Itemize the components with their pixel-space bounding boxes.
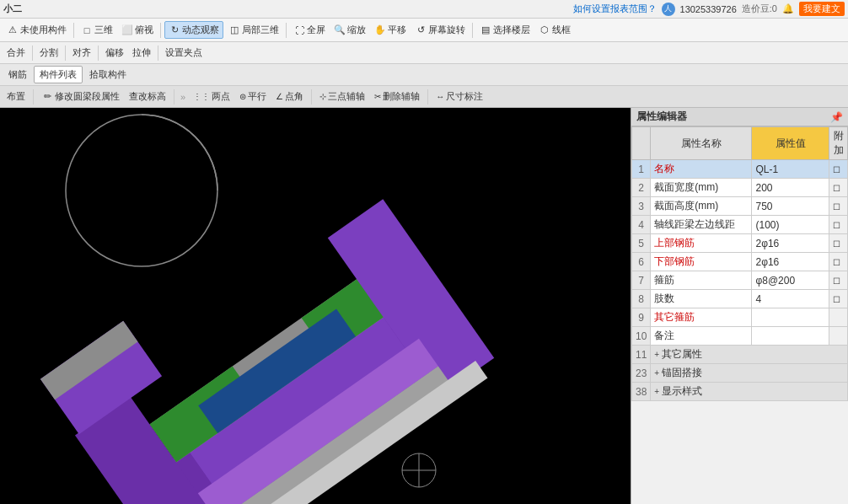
row-num: 10 [632,327,651,346]
section-label: +其它属性 [651,346,848,364]
section-label: +锚固搭接 [651,364,848,383]
prop-attach-cell [829,327,848,346]
table-row[interactable]: 1 名称 QL-1 ☐ [632,160,848,179]
delete-axis-btn[interactable]: ✂ 删除辅轴 [371,88,423,105]
expand-icon[interactable]: + [654,350,659,359]
three-point-icon: ⊹ [319,92,326,101]
toolbar-main: ⚠ 未使用构件 □ 三维 ⬜ 俯视 ↻ 动态观察 ◫ 局部三维 ⛶ 全屏 🔍 缩… [0,19,848,42]
partial-3d-btn[interactable]: ◫ 局部三维 [225,22,282,38]
screen-rotate-btn[interactable]: ↺ 屏幕旋转 [411,22,469,38]
prop-value-cell[interactable]: QL-1 [752,160,829,179]
table-row[interactable]: 4 轴线距梁左边线距 (100) ☐ [632,216,848,234]
tab-component-list[interactable]: 构件列表 [34,66,83,83]
prop-attach-cell: ☐ [829,216,848,234]
angle-icon: ∠ [276,92,283,101]
col-index [632,127,651,160]
prop-attach-cell: ☐ [829,234,848,253]
prop-value-cell[interactable]: 750 [752,197,829,216]
cta-button[interactable]: 我要建文 [799,2,845,16]
modify-beam-btn[interactable]: ✏ 修改圆梁段属性 [38,88,123,105]
panel-title: 属性编辑器 [636,110,687,124]
pan-btn[interactable]: ✋ 平移 [371,22,410,38]
top-view-btn[interactable]: ⬜ 俯视 [118,22,157,38]
separator [472,23,473,38]
fullscreen-btn[interactable]: ⛶ 全屏 [290,22,329,38]
separator [286,23,287,38]
unused-component-btn[interactable]: ⚠ 未使用构件 [3,22,70,38]
wireframe-btn[interactable]: ⬡ 线框 [535,22,574,38]
help-link[interactable]: 如何设置报表范围？ [573,3,657,15]
table-row[interactable]: 2 截面宽度(mm) 200 ☐ [632,179,848,197]
expand-icon[interactable]: + [654,387,659,396]
table-row[interactable]: 9 其它箍筋 [632,308,848,327]
prop-attach-cell: ☐ [829,160,848,179]
change-elevation-btn[interactable]: 查改标高 [126,88,169,105]
parallel-btn[interactable]: ⊜ 平行 [236,88,270,105]
properties-panel: 属性编辑器 📌 属性名称 属性值 附加 1 名称 QL-1 ☐ [631,108,848,504]
prop-value-cell[interactable] [752,308,829,327]
prop-value-cell[interactable]: 4 [752,290,829,308]
row-num: 9 [632,308,651,327]
section-label: +显示样式 [651,383,848,401]
separator [33,89,34,105]
separator [427,89,428,105]
set-grip-btn[interactable]: 设置夹点 [162,45,206,61]
panel-header: 属性编辑器 📌 [631,108,848,126]
offset-btn[interactable]: 偏移 [102,45,127,61]
point-angle-btn[interactable]: ∠ 点角 [272,88,307,105]
merge-btn[interactable]: 合并 [3,45,29,61]
dynamic-observe-btn[interactable]: ↻ 动态观察 [164,21,223,39]
bell-icon[interactable]: 🔔 [782,3,794,14]
toolbar-axis: 布置 ✏ 修改圆梁段属性 查改标高 » ⋮⋮ 两点 ⊜ 平行 ∠ 点角 ⊹ 三点… [0,86,848,108]
row-num: 23 [632,364,651,383]
three-point-axis-btn[interactable]: ⊹ 三点辅轴 [316,88,368,105]
table-row[interactable]: 6 下部钢筋 2φ16 ☐ [632,253,848,271]
table-row[interactable]: 23 +锚固搭接 [632,364,848,383]
prop-name-cell: 上部钢筋 [651,234,752,253]
user-name[interactable]: 13025339726 [680,4,737,14]
zoom-icon: 🔍 [334,24,346,36]
table-row[interactable]: 5 上部钢筋 2φ16 ☐ [632,234,848,253]
layout-btn[interactable]: 布置 [3,88,29,105]
prop-value-cell[interactable] [752,327,829,346]
separator [73,23,74,38]
3d-view-btn[interactable]: □ 三维 [78,22,116,38]
table-row[interactable]: 38 +显示样式 [632,383,848,401]
canvas-viewport[interactable] [0,108,631,504]
pin-icon[interactable]: 📌 [830,111,843,123]
prop-value-cell[interactable]: φ8@200 [752,271,829,290]
prop-name-cell: 下部钢筋 [651,253,752,271]
zoom-btn[interactable]: 🔍 缩放 [330,22,369,38]
split-btn[interactable]: 分割 [36,45,62,61]
app-title: 小二 [3,3,22,15]
dimension-btn[interactable]: ↔ 尺寸标注 [432,88,486,105]
user-avatar: 人 [662,3,675,16]
main-area: 属性编辑器 📌 属性名称 属性值 附加 1 名称 QL-1 ☐ [0,108,848,504]
row-num: 3 [632,197,651,216]
tab-pick-component[interactable]: 拾取构件 [84,67,131,83]
top-bar: 小二 如何设置报表范围？ 人 13025339726 造价豆:0 🔔 我要建文 [0,0,848,19]
table-row[interactable]: 7 箍筋 φ8@200 ☐ [632,271,848,290]
table-row[interactable]: 10 备注 [632,327,848,346]
prop-value-cell[interactable]: 2φ16 [752,234,829,253]
dimension-icon: ↔ [436,92,444,101]
table-row[interactable]: 3 截面高度(mm) 750 ☐ [632,197,848,216]
row-num: 11 [632,346,651,364]
align-btn[interactable]: 对齐 [69,45,94,61]
prop-value-cell[interactable]: (100) [752,216,829,234]
more-indicator: » [180,92,185,102]
prop-value-cell[interactable]: 2φ16 [752,253,829,271]
table-row[interactable]: 8 肢数 4 ☐ [632,290,848,308]
two-point-btn[interactable]: ⋮⋮ 两点 [190,88,233,105]
tab-rebar[interactable]: 钢筋 [3,67,32,83]
select-floor-btn[interactable]: ▤ 选择楼层 [476,22,534,38]
separator [311,89,312,105]
prop-value-cell[interactable]: 200 [752,179,829,197]
row-num: 8 [632,290,651,308]
table-row[interactable]: 11 +其它属性 [632,346,848,364]
row-num: 38 [632,383,651,401]
expand-icon[interactable]: + [654,368,659,378]
prop-attach-cell [829,308,848,327]
stretch-btn[interactable]: 拉伸 [129,45,154,61]
properties-scroll[interactable]: 属性名称 属性值 附加 1 名称 QL-1 ☐ 2 截面宽度(mm) 200 ☐… [631,126,848,504]
